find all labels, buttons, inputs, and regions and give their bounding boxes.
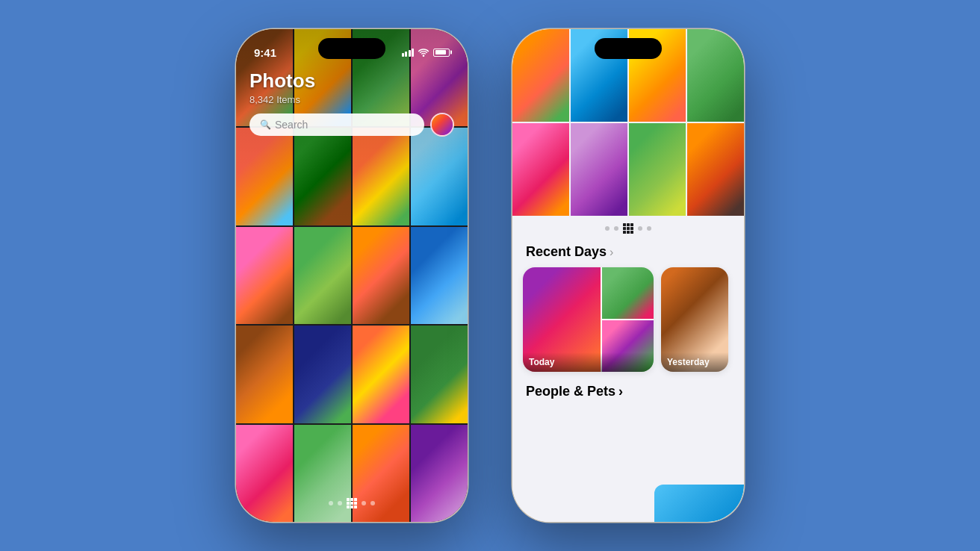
lib-grid-cell [630, 223, 633, 226]
people-pets-title: People & Pets › [526, 384, 623, 399]
search-label: Search [275, 119, 308, 131]
lib-photo-4[interactable] [687, 29, 744, 122]
library-screen: Recent Days › [512, 29, 744, 522]
recent-days-header[interactable]: Recent Days › [512, 241, 744, 267]
grid-cell [354, 502, 357, 505]
people-pets-chevron-icon: › [618, 384, 623, 399]
page-dot-1[interactable] [329, 501, 333, 505]
grid-cell [354, 498, 357, 501]
left-screen: 9:41 Pho [236, 29, 468, 522]
library-page-indicator [512, 216, 744, 241]
page-dot-4[interactable] [362, 501, 366, 505]
photos-count: 8,342 Items [249, 94, 454, 105]
left-iphone: 9:41 Pho [236, 29, 468, 522]
today-sub-photo-1 [602, 267, 654, 319]
grid-cell [347, 498, 350, 501]
lib-dot-4[interactable] [638, 226, 642, 231]
recent-days-chevron-icon: › [610, 246, 613, 259]
lib-dot-grid-active[interactable] [623, 223, 633, 234]
grid-cell [347, 502, 350, 505]
lib-dot-2[interactable] [614, 226, 618, 231]
recent-days-title: Recent Days [526, 244, 607, 260]
lib-photo-6[interactable] [571, 123, 627, 216]
lib-grid-cell [623, 231, 626, 234]
yesterday-card[interactable]: Yesterday [661, 267, 728, 372]
lib-grid-cell [630, 227, 633, 230]
page-dot-grid-active[interactable] [347, 498, 357, 508]
lib-grid-cell [630, 231, 633, 234]
today-label: Today [523, 352, 654, 372]
people-pets-label: People & Pets [526, 384, 615, 399]
lib-photo-5[interactable] [512, 123, 569, 216]
lib-dot-5[interactable] [647, 226, 651, 231]
today-card[interactable]: Today [523, 267, 654, 372]
lib-grid-cell [623, 227, 626, 230]
photos-toolbar: 🔍 Search [249, 113, 454, 137]
grid-cell [350, 498, 353, 501]
grid-cell [347, 505, 350, 508]
lib-grid-cell [623, 223, 626, 226]
page-indicator [236, 498, 468, 508]
today-card-inner: Today [523, 267, 654, 372]
photos-header: Photos 8,342 Items 🔍 Search [236, 29, 468, 137]
lib-dot-1[interactable] [605, 226, 610, 231]
lib-photo-1[interactable] [512, 29, 569, 122]
people-pets-header[interactable]: People & Pets › [512, 384, 744, 399]
user-avatar[interactable] [430, 113, 454, 137]
right-screen: Recent Days › [512, 29, 744, 522]
lib-grid-cell [627, 231, 630, 234]
dynamic-island-right [595, 38, 662, 59]
lib-photo-7[interactable] [629, 123, 686, 216]
grid-cell [350, 502, 353, 505]
grid-cell [350, 505, 353, 508]
yesterday-label: Yesterday [661, 352, 728, 372]
lib-grid-cell [627, 227, 630, 230]
people-pets-preview[interactable] [654, 485, 744, 522]
lib-grid-cell [627, 223, 630, 226]
avatar-image [432, 114, 453, 135]
search-icon: 🔍 [260, 119, 271, 130]
recent-days-row: Today Yesterday [512, 267, 744, 372]
grid-cell [354, 505, 357, 508]
library-content: Recent Days › [512, 216, 744, 522]
right-iphone: Recent Days › [512, 29, 744, 522]
search-button[interactable]: 🔍 Search [249, 113, 424, 136]
photos-title: Photos [249, 69, 454, 93]
page-dot-5[interactable] [370, 501, 375, 505]
page-dot-2[interactable] [338, 501, 342, 505]
lib-photo-8[interactable] [687, 123, 744, 216]
yesterday-card-inner: Yesterday [661, 267, 728, 372]
